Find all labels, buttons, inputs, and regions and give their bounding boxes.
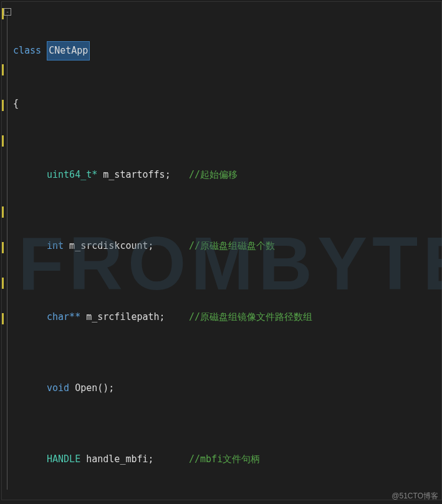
- paren: ();: [97, 382, 114, 394]
- comment: //原磁盘组磁盘个数: [189, 237, 275, 255]
- comment: //原磁盘组镜像文件路径数组: [189, 308, 312, 326]
- type-char: char**: [47, 311, 80, 322]
- code-content[interactable]: class CNetApp { uint64_t* m_startoffs;//…: [13, 6, 439, 504]
- change-marker: [2, 206, 4, 218]
- fold-toggle-icon[interactable]: -: [4, 8, 11, 16]
- member-srcdiskcount: m_srcdiskcount;: [64, 240, 154, 251]
- comment: //mbfi文件句柄: [189, 450, 260, 468]
- credit-label: @51CTO博客: [392, 491, 438, 502]
- keyword-class: class: [13, 45, 41, 56]
- fold-guide-line: [7, 16, 7, 490]
- change-marker: [2, 278, 4, 289]
- member-srcfilepath: m_srcfilepath;: [80, 311, 165, 322]
- change-marker: [2, 242, 4, 253]
- type-int: int: [47, 240, 64, 251]
- func-open: Open: [69, 382, 97, 394]
- type-uint64: uint64_t*: [47, 169, 97, 180]
- change-marker: [2, 135, 4, 147]
- type-void: void: [47, 382, 69, 394]
- member-handle-mbfi: handle_mbfi;: [80, 453, 153, 465]
- change-marker: [2, 64, 4, 75]
- comment: //起始偏移: [189, 166, 238, 184]
- type-handle: HANDLE: [47, 453, 80, 465]
- member-startoffs: m_startoffs;: [97, 169, 170, 180]
- class-name-selected[interactable]: CNetApp: [47, 41, 90, 61]
- change-marker: [2, 8, 4, 19]
- change-marker: [2, 313, 4, 324]
- code-editor[interactable]: - class CNetApp { uint64_t* m_startoffs;…: [1, 1, 442, 500]
- brace-open: {: [13, 98, 19, 109]
- change-marker: [2, 100, 4, 111]
